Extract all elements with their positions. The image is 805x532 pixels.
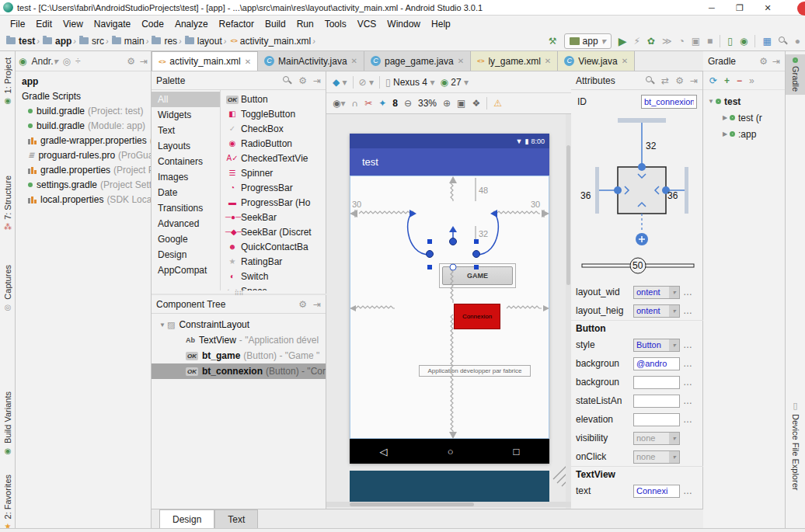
menu-edit[interactable]: Edit [30, 19, 57, 30]
api-select[interactable]: ◉ 27 ▾ [440, 77, 469, 88]
tree-item-gradle-properties[interactable]: gradle.properties(Project Pro [16, 162, 151, 177]
search-everywhere-button[interactable] [779, 37, 788, 46]
remove-icon[interactable]: − [737, 75, 742, 86]
more-button[interactable]: … [683, 485, 692, 496]
tree-item-settings-gradle[interactable]: settings.gradle(Project Settin [16, 177, 151, 192]
close-tab-icon[interactable]: ✕ [351, 57, 357, 65]
avd-manager-button[interactable]: ▯ [727, 36, 733, 47]
gradle-root-test[interactable]: ▼test [703, 93, 785, 110]
palette-cat-widgets[interactable]: Widgets [152, 107, 220, 123]
menu-code[interactable]: Code [136, 19, 169, 30]
tree-item-proguard-rules[interactable]: ≣proguard-rules.pro(ProGuar [16, 148, 151, 162]
tree-item-constraintlayout[interactable]: ▼▨ConstraintLayout [152, 317, 326, 332]
hide-panel-button[interactable]: ⇥ [140, 56, 148, 67]
attach-debugger-button[interactable]: ▣ [692, 36, 700, 47]
layout-width-select[interactable]: ontent▾ [633, 286, 680, 299]
run-config-select[interactable]: app▾ [564, 33, 612, 49]
tool-window-gradle[interactable]: Gradle [786, 54, 805, 95]
statelist-input[interactable] [633, 395, 680, 408]
palette-item-switch[interactable]: ◐Switch [221, 269, 326, 283]
more-button[interactable]: … [683, 358, 692, 369]
clear-constraints-button[interactable]: ✂ [364, 98, 372, 109]
constraint-widget[interactable]: 32 36 36 50 [571, 112, 703, 281]
layout-height-select[interactable]: ontent▾ [633, 304, 680, 318]
tool-window-structure[interactable]: 7: Structure ⁂ [0, 176, 16, 231]
palette-item-space[interactable]: ⟷Space [221, 283, 326, 290]
tab-text[interactable]: Text [214, 509, 258, 528]
more-button[interactable]: … [683, 287, 692, 297]
game-button[interactable]: GAME [439, 263, 516, 288]
palette-cat-design[interactable]: Design [152, 247, 220, 263]
breadcrumb-test[interactable]: test› [5, 36, 41, 47]
palette-item-quickcontactbadge[interactable]: ☻QuickContactBa [221, 239, 326, 254]
autoconnect-button[interactable]: ∩ [352, 98, 359, 109]
more-button[interactable]: … [683, 414, 692, 425]
menu-analyze[interactable]: Analyze [169, 19, 214, 30]
design-canvas[interactable]: ▼ ▮ 8:00 test GAME Connexion Application… [326, 114, 571, 509]
close-tab-icon[interactable]: ✕ [458, 57, 464, 65]
palette-cat-appcompat[interactable]: AppCompat [152, 263, 220, 278]
more-button[interactable]: … [683, 305, 692, 316]
margin-top-value[interactable]: 32 [646, 141, 657, 151]
restore-button[interactable]: ❐ [726, 0, 754, 16]
more-button[interactable]: … [683, 395, 692, 406]
palette-item-ratingbar[interactable]: ★RatingBar [221, 254, 326, 269]
breadcrumb-activity-main[interactable]: <>activity_main.xml› [228, 36, 316, 47]
gear-icon[interactable]: ⚙ [298, 299, 307, 310]
palette-item-progressbar[interactable]: ◔ProgressBar [221, 180, 326, 195]
collapse-all-button[interactable]: ÷ [75, 56, 81, 67]
close-tab-icon[interactable]: ✕ [545, 57, 551, 65]
menu-vcs[interactable]: VCS [352, 19, 382, 30]
zoom-in-button[interactable]: ⊕ [443, 98, 451, 109]
pan-button[interactable]: ❖ [472, 98, 480, 109]
search-icon[interactable] [646, 76, 655, 85]
menu-run[interactable]: Run [291, 19, 319, 30]
add-icon[interactable]: + [724, 75, 730, 86]
menu-help[interactable]: Help [426, 19, 456, 30]
canvas-hscrollbar[interactable] [326, 502, 571, 507]
style-select[interactable]: Button▾ [633, 339, 680, 352]
visibility-select[interactable]: none▾ [633, 432, 680, 445]
view-options-button[interactable]: ◉▾ [333, 98, 346, 109]
breadcrumb-main[interactable]: main› [110, 36, 151, 47]
sdk-manager-button[interactable]: ◉ [740, 36, 748, 47]
palette-item-radiobutton[interactable]: ◉RadioButton [221, 136, 326, 151]
layout-inspector-button[interactable]: ▦ [762, 36, 771, 47]
palette-cat-transitions[interactable]: Transitions [152, 200, 220, 216]
more-button[interactable]: … [683, 339, 692, 350]
project-view-select[interactable]: Andr.▾ [31, 56, 57, 67]
palette-item-seekbar[interactable]: ─●─SeekBar [221, 210, 326, 224]
footer-textview[interactable]: Application développer par fabrice [419, 365, 531, 377]
tab-ly-game-xml[interactable]: <>ly_game.xml✕ [471, 51, 558, 71]
zoom-to-fit-button[interactable]: ▣ [457, 98, 465, 109]
debug-button[interactable]: ✿ [647, 36, 655, 47]
minimize-button[interactable]: ─ [698, 0, 726, 16]
background-tint-input[interactable] [633, 376, 680, 389]
gear-icon[interactable]: ⚙ [759, 56, 768, 67]
tree-item-gradle-scripts[interactable]: Gradle Scripts [16, 89, 151, 103]
palette-cat-images[interactable]: Images [152, 169, 220, 185]
infer-constraints-button[interactable]: ✦ [378, 98, 386, 109]
close-button[interactable]: ✕ [754, 0, 782, 16]
minimize-panel-icon[interactable]: ⇥ [313, 75, 321, 86]
tree-item-local-properties[interactable]: local.properties(SDK Locatio [16, 192, 151, 207]
tab-activity-main-xml[interactable]: <>activity_main.xml✕ [152, 51, 258, 71]
margin-left-value[interactable]: 36 [580, 190, 591, 201]
menu-window[interactable]: Window [382, 19, 426, 30]
menu-tools[interactable]: Tools [319, 19, 352, 30]
tab-page-game-java[interactable]: Cpage_game.java✕ [364, 51, 471, 71]
close-tab-icon[interactable]: ✕ [245, 57, 251, 66]
palette-cat-advanced[interactable]: Advanced [152, 216, 220, 231]
palette-item-seekbar-discrete[interactable]: ─◆─SeekBar (Discret [221, 224, 326, 239]
palette-cat-text[interactable]: Text [152, 123, 220, 138]
palette-cat-layouts[interactable]: Layouts [152, 138, 220, 154]
minimize-panel-icon[interactable]: ⇥ [690, 75, 698, 86]
tab-design[interactable]: Design [159, 509, 214, 528]
palette-item-checkbox[interactable]: ✓CheckBox [221, 121, 326, 136]
tree-item-bt-game[interactable]: OKbt_game(Button) - "Game " [152, 348, 326, 363]
gradle-item-app[interactable]: ▶:app [703, 126, 785, 142]
menu-build[interactable]: Build [260, 19, 291, 30]
orientation-select[interactable]: ⊘ ▾ [359, 77, 374, 88]
gear-icon[interactable]: ⚙ [298, 75, 307, 86]
locate-file-button[interactable]: ◎ [63, 56, 71, 67]
